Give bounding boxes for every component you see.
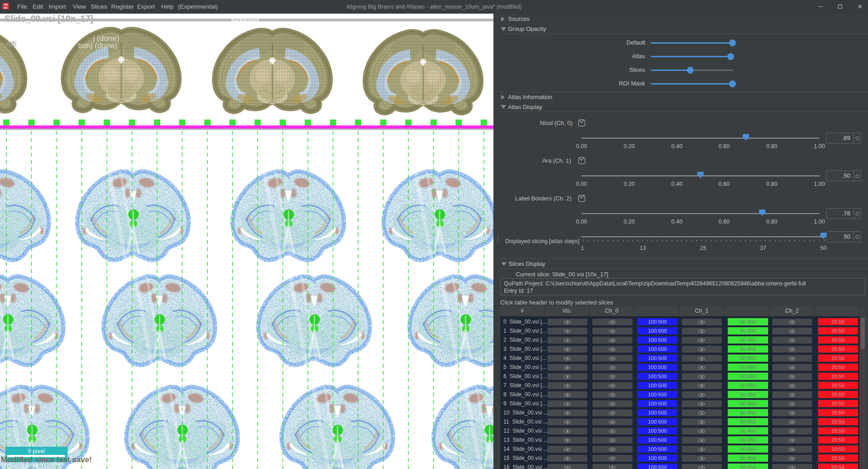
svg-text:tion] (done): tion] (done) — [78, 41, 117, 50]
svg-text:Modified since last save!: Modified since last save! — [1, 455, 92, 464]
svg-text:Background: Background — [231, 17, 259, 23]
svg-text:5 pixel: 5 pixel — [28, 448, 45, 454]
svg-text:Affi: Affi — [5, 40, 16, 49]
